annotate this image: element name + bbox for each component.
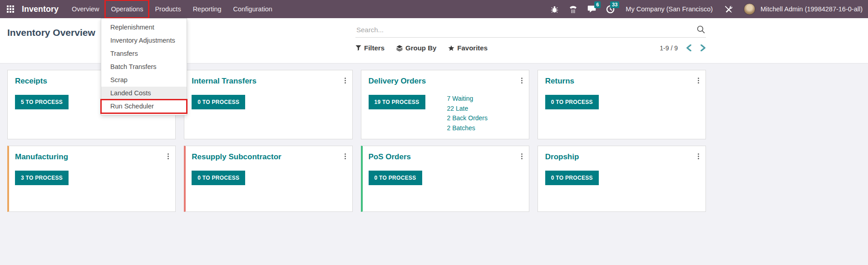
chevron-left-icon	[686, 44, 692, 51]
dropdown-item-replenishment[interactable]: Replenishment	[101, 21, 187, 34]
pager: 1-9 / 9	[660, 44, 706, 52]
user-menu[interactable]: Mitchell Admin (19984287-16-0-all)	[760, 5, 863, 13]
group-by-button[interactable]: Group By	[396, 44, 436, 52]
card-manufacturing: Manufacturing 3 TO PROCESS	[7, 146, 176, 212]
topbar-right: 6 33 My Company (San Francisco) Mitchell…	[547, 0, 863, 18]
messages-count-badge: 6	[594, 1, 601, 8]
to-process-button[interactable]: 0 TO PROCESS	[192, 171, 245, 185]
activities-count-badge: 33	[610, 1, 619, 8]
search-input[interactable]	[356, 26, 697, 34]
dropdown-item-run-scheduler[interactable]: Run Scheduler	[101, 100, 187, 113]
card-title[interactable]: Resupply Subcontractor	[192, 152, 345, 162]
card-title[interactable]: Dropship	[545, 152, 698, 162]
favorites-label: Favorites	[457, 44, 488, 52]
group-by-label: Group By	[405, 44, 436, 52]
search-icon[interactable]	[697, 25, 705, 34]
pager-previous-button[interactable]	[686, 44, 692, 51]
company-switcher[interactable]: My Company (San Francisco)	[621, 5, 717, 13]
favorites-button[interactable]: Favorites	[448, 44, 488, 52]
menu-operations[interactable]: Operations	[105, 0, 149, 18]
dropdown-item-landed-costs[interactable]: Landed Costs	[101, 87, 187, 100]
phone-keypad-icon	[569, 5, 577, 13]
to-process-button[interactable]: 0 TO PROCESS	[545, 171, 599, 185]
waiting-link[interactable]: 7 Waiting	[447, 94, 488, 104]
activities-button[interactable]: 33	[602, 0, 618, 18]
pager-range: 1-9 / 9	[660, 44, 678, 52]
menu-configuration[interactable]: Configuration	[227, 0, 278, 18]
dropdown-item-inventory-adjustments[interactable]: Inventory Adjustments	[101, 34, 187, 47]
card-resupply-subcontractor: Resupply Subcontractor 0 TO PROCESS	[184, 146, 352, 212]
dropdown-item-batch-transfers[interactable]: Batch Transfers	[101, 60, 187, 74]
main-menu: Overview Operations Products Reporting C…	[66, 0, 278, 18]
batches-link[interactable]: 2 Batches	[447, 123, 488, 133]
to-process-button[interactable]: 3 TO PROCESS	[15, 171, 69, 185]
messages-button[interactable]: 6	[584, 0, 599, 18]
kebab-menu-icon[interactable]	[520, 152, 523, 160]
back-orders-link[interactable]: 2 Back Orders	[447, 113, 488, 123]
voip-button[interactable]	[565, 0, 581, 18]
tools-button[interactable]	[720, 0, 736, 18]
card-pos-orders: PoS Orders 0 TO PROCESS	[361, 146, 529, 212]
chevron-right-icon	[700, 44, 706, 51]
wrench-screwdriver-icon	[724, 5, 733, 14]
pager-next-button[interactable]	[700, 44, 706, 51]
operations-dropdown: Replenishment Inventory Adjustments Tran…	[101, 18, 187, 115]
kebab-menu-icon[interactable]	[520, 77, 523, 84]
card-title[interactable]: Internal Transfers	[192, 77, 345, 86]
to-process-button[interactable]: 0 TO PROCESS	[545, 95, 599, 109]
filters-button[interactable]: Filters	[355, 44, 385, 52]
layers-icon	[396, 45, 403, 51]
card-status-links: 7 Waiting 22 Late 2 Back Orders 2 Batche…	[447, 94, 488, 133]
kebab-menu-icon[interactable]	[344, 77, 347, 84]
menu-products[interactable]: Products	[149, 0, 187, 18]
kebab-menu-icon[interactable]	[344, 152, 347, 160]
card-dropship: Dropship 0 TO PROCESS	[538, 146, 706, 212]
apps-menu-button[interactable]	[0, 0, 21, 18]
card-title[interactable]: Manufacturing	[15, 152, 168, 162]
search-panel: Filters Group By Favorites 1-9 / 9	[355, 18, 706, 63]
card-title[interactable]: PoS Orders	[369, 152, 522, 162]
dropdown-item-transfers[interactable]: Transfers	[101, 47, 187, 60]
bug-icon	[551, 5, 558, 13]
dropdown-item-scrap[interactable]: Scrap	[101, 74, 187, 87]
card-returns: Returns 0 TO PROCESS	[538, 70, 706, 139]
to-process-button[interactable]: 19 TO PROCESS	[369, 95, 425, 109]
card-title[interactable]: Returns	[545, 77, 698, 86]
kebab-menu-icon[interactable]	[697, 77, 700, 84]
search-bar	[355, 24, 706, 38]
filters-label: Filters	[364, 44, 385, 52]
funnel-icon	[355, 45, 361, 51]
filter-toolbar: Filters Group By Favorites 1-9 / 9	[355, 44, 706, 52]
top-navbar: Inventory Overview Operations Products R…	[0, 0, 868, 18]
to-process-button[interactable]: 0 TO PROCESS	[192, 95, 245, 109]
to-process-button[interactable]: 0 TO PROCESS	[369, 171, 422, 185]
card-title[interactable]: Delivery Orders	[369, 77, 522, 86]
kebab-menu-icon[interactable]	[697, 152, 700, 160]
apps-grid-icon	[7, 5, 14, 13]
to-process-button[interactable]: 5 TO PROCESS	[15, 95, 69, 109]
star-icon	[448, 45, 454, 51]
page-title: Inventory Overview	[7, 18, 95, 63]
late-link[interactable]: 22 Late	[447, 104, 488, 114]
debug-button[interactable]	[547, 0, 562, 18]
app-title[interactable]: Inventory	[21, 0, 66, 18]
kebab-menu-icon[interactable]	[167, 152, 170, 160]
user-avatar[interactable]	[744, 3, 755, 15]
card-internal-transfers: Internal Transfers 0 TO PROCESS	[184, 70, 352, 139]
menu-reporting[interactable]: Reporting	[187, 0, 227, 18]
menu-overview[interactable]: Overview	[66, 0, 105, 18]
card-delivery-orders: Delivery Orders 19 TO PROCESS 7 Waiting …	[361, 70, 529, 139]
